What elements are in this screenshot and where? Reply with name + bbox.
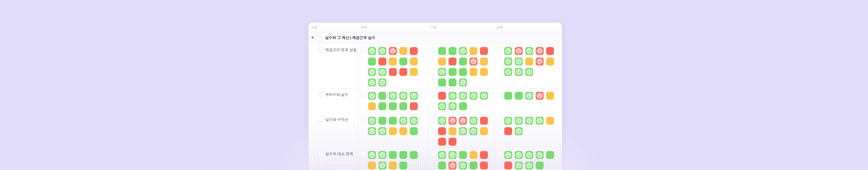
tile-green-smiley[interactable] (399, 117, 407, 125)
tile-green[interactable] (459, 151, 467, 159)
tile-green[interactable] (438, 162, 446, 169)
tile-green[interactable] (378, 92, 386, 100)
concept-checkbox[interactable] (361, 47, 366, 52)
tile-green[interactable] (410, 127, 418, 135)
tile-green-smiley[interactable] (378, 151, 386, 159)
tile-red[interactable] (480, 162, 488, 169)
tile-green[interactable] (378, 102, 386, 110)
tile-orange[interactable] (469, 68, 477, 76)
tile-orange[interactable] (469, 151, 477, 159)
tile-red[interactable] (399, 68, 407, 76)
tile-green-smiley[interactable] (389, 92, 397, 100)
tile-green-smiley[interactable] (515, 151, 523, 159)
tile-orange[interactable] (469, 47, 477, 55)
tile-red[interactable] (389, 68, 397, 76)
tile-orange[interactable] (480, 58, 488, 65)
tile-orange[interactable] (480, 127, 488, 135)
tile-green-smiley[interactable] (410, 92, 418, 100)
tile-green[interactable] (459, 58, 467, 65)
concept-checkbox[interactable] (361, 92, 366, 97)
tile-green-smiley[interactable] (459, 162, 467, 169)
tile-green-smiley[interactable] (504, 58, 512, 65)
tile-red-frowny[interactable] (536, 58, 544, 65)
tile-green[interactable] (459, 102, 467, 110)
tile-red-frowny[interactable] (536, 47, 544, 55)
tile-green[interactable] (515, 92, 523, 100)
unit-checkbox[interactable] (318, 47, 323, 52)
tile-orange[interactable] (410, 58, 418, 65)
tile-red-frowny[interactable] (448, 117, 457, 125)
tile-orange[interactable] (399, 47, 407, 55)
tile-green-smiley[interactable] (515, 127, 523, 135)
unit-checkbox[interactable] (318, 117, 323, 122)
tile-orange[interactable] (389, 162, 397, 169)
tile-orange[interactable] (448, 127, 457, 135)
tile-red[interactable] (480, 151, 488, 159)
tile-red[interactable] (410, 102, 418, 110)
tile-green-smiley[interactable] (525, 68, 533, 76)
tile-green-smiley[interactable] (515, 68, 523, 76)
tile-green-smiley[interactable] (368, 68, 376, 76)
tile-orange[interactable] (399, 127, 407, 135)
tile-green-smiley[interactable] (378, 79, 386, 86)
tile-orange[interactable] (546, 92, 554, 100)
tile-green[interactable] (536, 162, 544, 169)
tile-green-smiley[interactable] (504, 151, 512, 159)
tile-green-smiley[interactable] (459, 92, 467, 100)
group-checkbox[interactable] (316, 35, 322, 40)
tile-green-smiley[interactable] (378, 68, 386, 76)
tile-red-frowny[interactable] (389, 47, 397, 55)
tile-green[interactable] (438, 79, 446, 86)
tile-red[interactable] (504, 162, 512, 169)
tile-green[interactable] (410, 151, 418, 159)
tile-green[interactable] (399, 162, 407, 169)
tile-green-smiley[interactable] (525, 162, 533, 169)
tile-orange[interactable] (410, 68, 418, 76)
advanced-checkbox[interactable] (497, 151, 502, 157)
tile-green-smiley[interactable] (515, 58, 523, 65)
unit-checkbox[interactable] (318, 92, 323, 97)
tile-red[interactable] (438, 92, 446, 100)
tile-orange[interactable] (438, 58, 446, 65)
tile-green[interactable] (504, 92, 512, 100)
tile-green[interactable] (389, 151, 397, 159)
tile-green-smiley[interactable] (536, 151, 544, 159)
tile-green[interactable] (399, 102, 407, 110)
tile-red[interactable] (546, 47, 554, 55)
tile-red[interactable] (480, 117, 488, 125)
tile-green-smiley[interactable] (378, 127, 386, 135)
tile-green[interactable] (389, 102, 397, 110)
tile-orange[interactable] (480, 68, 488, 76)
tile-green-smiley[interactable] (438, 117, 446, 125)
tile-green[interactable] (448, 47, 457, 55)
tile-red-frowny[interactable] (469, 58, 477, 65)
tile-red[interactable] (504, 127, 512, 135)
tile-green-smiley[interactable] (448, 151, 457, 159)
tile-green-smiley[interactable] (525, 151, 533, 159)
tile-green-smiley[interactable] (459, 47, 467, 55)
tile-green[interactable] (399, 58, 407, 65)
tile-green-smiley[interactable] (368, 79, 376, 86)
tile-green[interactable] (438, 47, 446, 55)
tile-green-smiley[interactable] (469, 92, 477, 100)
tile-green-smiley[interactable] (525, 47, 533, 55)
tile-green[interactable] (469, 162, 477, 169)
tile-green[interactable] (448, 79, 457, 86)
advanced-checkbox[interactable] (497, 47, 502, 52)
unit-checkbox[interactable] (318, 151, 323, 157)
tile-red[interactable] (480, 47, 488, 55)
basic-checkbox[interactable] (431, 151, 436, 157)
tile-green-smiley[interactable] (536, 117, 544, 125)
tile-green-smiley[interactable] (368, 127, 376, 135)
tile-green-smiley[interactable] (504, 47, 512, 55)
basic-checkbox[interactable] (431, 47, 436, 52)
tile-green[interactable] (389, 117, 397, 125)
concept-checkbox[interactable] (361, 117, 366, 122)
tile-green-smiley[interactable] (438, 102, 446, 110)
tile-green-smiley[interactable] (504, 117, 512, 125)
tile-red[interactable] (438, 138, 446, 146)
tile-green-smiley[interactable] (438, 68, 446, 76)
tile-orange[interactable] (389, 58, 397, 65)
tile-green-smiley[interactable] (368, 151, 376, 159)
tile-green-smiley[interactable] (410, 117, 418, 125)
